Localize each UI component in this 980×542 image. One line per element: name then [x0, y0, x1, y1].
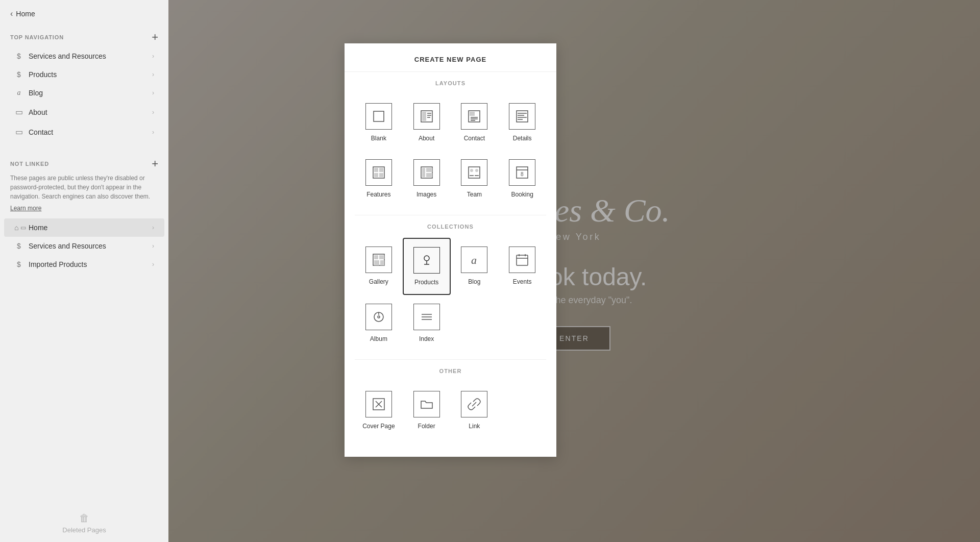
chevron-right-icon: ›: [152, 89, 154, 96]
booking-icon: 8: [509, 159, 535, 186]
sidebar-item-label: Home: [29, 224, 147, 232]
sidebar-item-label: Imported Products: [29, 260, 147, 268]
link-icon: [461, 391, 487, 417]
other-cover-page[interactable]: Cover Page: [355, 382, 403, 438]
team-label: Team: [467, 191, 482, 198]
sidebar-item-products[interactable]: $ Products ›: [4, 65, 164, 84]
folder-icon: [413, 391, 440, 417]
album-label: Album: [370, 335, 387, 342]
events-icon: [509, 247, 535, 273]
deleted-pages-button[interactable]: 🗑 Deleted Pages: [0, 504, 168, 542]
sidebar-item-about[interactable]: ▭ About ›: [4, 102, 164, 122]
layouts-grid: Blank About: [345, 90, 556, 215]
sidebar-item-imported-products[interactable]: $ Imported Products ›: [4, 255, 164, 274]
blog-icon: a: [14, 89, 23, 97]
other-folder[interactable]: Folder: [403, 382, 451, 438]
not-linked-header: NOT LINKED +: [0, 150, 168, 174]
sidebar-item-services-resources-2[interactable]: $ Services and Resources ›: [4, 237, 164, 255]
chevron-right-icon: ›: [152, 261, 154, 268]
layout-details[interactable]: Details: [498, 94, 546, 151]
link-label: Link: [469, 423, 480, 430]
about-icon: [413, 103, 440, 130]
layout-about[interactable]: About: [403, 94, 451, 151]
not-linked-label: NOT LINKED: [10, 161, 49, 167]
layouts-section-label: LAYOUTS: [345, 72, 556, 90]
team-icon: [461, 159, 487, 186]
other-section-label: OTHER: [345, 360, 556, 378]
add-not-linked-button[interactable]: +: [152, 158, 158, 169]
svg-rect-34: [374, 255, 378, 259]
cover-page-label: Cover Page: [362, 423, 395, 430]
dollar-icon: $: [14, 52, 23, 60]
chevron-right-icon: ›: [152, 71, 154, 78]
svg-rect-25: [469, 167, 480, 178]
svg-point-47: [378, 316, 380, 318]
back-label: Home: [16, 10, 35, 18]
other-link[interactable]: Link: [451, 382, 499, 438]
svg-rect-17: [374, 168, 378, 172]
layout-booking[interactable]: 8 Booking: [498, 151, 546, 207]
events-label: Events: [513, 278, 532, 285]
back-button[interactable]: ‹ Home: [0, 0, 168, 23]
products-label: Products: [414, 279, 438, 286]
collections-section-label: COLLECTIONS: [345, 215, 556, 234]
blank-label: Blank: [371, 135, 386, 142]
gallery-label: Gallery: [369, 278, 388, 285]
index-icon: [413, 304, 440, 330]
learn-more-link[interactable]: Learn more: [10, 205, 41, 212]
images-label: Images: [416, 191, 436, 198]
collections-grid: Gallery Products a: [345, 234, 556, 359]
svg-text:a: a: [471, 254, 477, 266]
not-linked-text: These pages are public unless they're di…: [10, 174, 158, 201]
dollar-icon: $: [14, 242, 23, 250]
page-icon: ▭: [14, 107, 23, 117]
sidebar-item-contact[interactable]: ▭ Contact ›: [4, 122, 164, 142]
gallery-icon: [365, 247, 392, 273]
collection-blog[interactable]: a Blog: [451, 238, 499, 295]
collection-album[interactable]: Album: [355, 295, 403, 351]
svg-text:8: 8: [521, 171, 524, 177]
blog-collection-label: Blog: [468, 278, 480, 285]
svg-rect-23: [426, 168, 432, 172]
sidebar-item-label: Services and Resources: [29, 52, 147, 60]
collection-index[interactable]: Index: [403, 295, 451, 351]
create-page-modal: CREATE NEW PAGE LAYOUTS Blank: [345, 43, 556, 457]
sidebar-item-services-resources[interactable]: $ Services and Resources ›: [4, 47, 164, 65]
dollar-icon: $: [14, 70, 23, 79]
not-linked-description: These pages are public unless they're di…: [0, 174, 168, 218]
svg-rect-0: [374, 111, 384, 121]
chevron-right-icon: ›: [152, 224, 154, 231]
svg-rect-36: [374, 260, 379, 265]
svg-rect-18: [379, 168, 383, 172]
chevron-left-icon: ‹: [10, 9, 13, 18]
contact-icon: [461, 103, 487, 130]
collection-events[interactable]: Events: [498, 238, 546, 295]
features-label: Features: [366, 191, 390, 198]
other-grid: Cover Page Folder: [345, 378, 556, 447]
index-label: Index: [419, 335, 434, 342]
svg-point-27: [475, 169, 478, 172]
collection-products[interactable]: Products: [403, 238, 451, 295]
layout-features[interactable]: Features: [355, 151, 403, 207]
svg-rect-20: [379, 173, 383, 177]
dollar-icon: $: [14, 260, 23, 268]
details-icon: [509, 103, 535, 130]
sidebar-item-blog[interactable]: a Blog ›: [4, 84, 164, 102]
layout-images[interactable]: Images: [403, 151, 451, 207]
layout-contact[interactable]: Contact: [451, 94, 499, 151]
top-nav-header: TOP NAVIGATION +: [0, 23, 168, 47]
layout-blank[interactable]: Blank: [355, 94, 403, 151]
sidebar-item-label: Services and Resources: [29, 242, 147, 250]
svg-rect-2: [422, 112, 426, 121]
collection-gallery[interactable]: Gallery: [355, 238, 403, 295]
modal-overlay: CREATE NEW PAGE LAYOUTS Blank: [168, 0, 980, 542]
sidebar-item-label: Blog: [29, 89, 147, 97]
svg-point-38: [424, 256, 429, 261]
svg-rect-35: [379, 255, 384, 259]
chevron-right-icon: ›: [152, 53, 154, 60]
layout-team[interactable]: Team: [451, 151, 499, 207]
page-icon: ▭: [14, 127, 23, 137]
svg-rect-7: [470, 112, 475, 116]
add-top-nav-button[interactable]: +: [152, 32, 158, 43]
sidebar-item-home[interactable]: ⌂ ▭ Home ›: [4, 218, 164, 237]
